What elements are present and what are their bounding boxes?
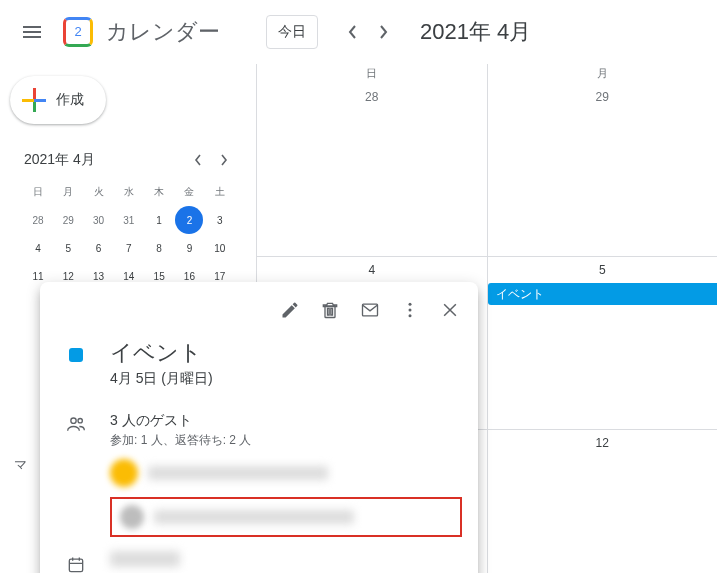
options-button[interactable] [390,290,430,330]
mini-dow-cell: 水 [115,178,143,206]
chevron-right-icon [220,154,228,166]
event-date: 4月 5日 (月曜日) [110,370,213,388]
weekday-header-cell: 日 [257,64,488,84]
prev-period-button[interactable] [336,16,368,48]
mini-cal-prev-button[interactable] [186,148,210,172]
chevron-left-icon [194,154,202,166]
email-guests-button[interactable] [350,290,390,330]
main-menu-button[interactable] [8,8,56,56]
mini-dow-cell: 土 [206,178,234,206]
next-period-button[interactable] [368,16,400,48]
mini-day-cell[interactable]: 1 [145,206,173,234]
logo-day-number: 2 [63,17,93,47]
envelope-icon [360,300,380,320]
mini-day-cell[interactable]: 8 [145,234,173,262]
event-title: イベント [110,338,213,368]
more-vert-icon [400,300,420,320]
guest-row[interactable] [110,459,462,487]
svg-point-2 [409,309,412,312]
date-cell[interactable]: 5イベント [488,257,718,429]
mini-dow-cell: 月 [54,178,82,206]
highlighted-guest-annotation [110,497,462,537]
mini-day-cell[interactable]: 7 [115,234,143,262]
guests-status: 参加: 1 人、返答待ち: 2 人 [110,432,462,449]
avatar [110,459,138,487]
weekday-header-row: 日月 [257,64,717,84]
mini-day-cell[interactable]: 31 [115,206,143,234]
date-number: 4 [257,263,487,277]
date-range-title: 2021年 4月 [420,17,531,47]
mini-day-cell[interactable]: 6 [85,234,113,262]
date-cell[interactable]: 29 [488,84,718,256]
trash-icon [320,300,340,320]
mini-day-cell[interactable]: 9 [175,234,203,262]
today-button[interactable]: 今日 [266,15,318,49]
mini-day-cell[interactable]: 29 [54,206,82,234]
mini-cal-next-button[interactable] [212,148,236,172]
event-detail-popup: イベント 4月 5日 (月曜日) 3 人のゲスト 参加: 1 人、返答待ち: 2… [40,282,478,573]
svg-rect-6 [69,559,82,572]
date-cell[interactable]: 28 [257,84,488,256]
svg-point-3 [409,314,412,317]
date-number: 12 [488,436,718,450]
week-row: 2829 [257,84,717,257]
mini-day-cell[interactable]: 10 [206,234,234,262]
mini-dow-cell: 火 [85,178,113,206]
guest-row[interactable] [120,505,452,529]
event-chip[interactable]: イベント [488,283,718,305]
guests-count: 3 人のゲスト [110,412,462,430]
create-button[interactable]: 作成 [10,76,106,124]
date-number: 5 [488,263,718,277]
chevron-right-icon [379,24,389,40]
mini-day-cell[interactable]: 2 [175,206,203,234]
chevron-left-icon [347,24,357,40]
mini-day-cell[interactable]: 4 [24,234,52,262]
event-color-swatch [69,348,83,362]
mini-cal-title: 2021年 4月 [24,151,95,169]
mini-day-cell[interactable]: 28 [24,206,52,234]
hamburger-icon [23,26,41,38]
mini-day-cell[interactable]: 3 [206,206,234,234]
app-title: カレンダー [106,17,220,47]
guest-email-redacted [148,466,328,480]
calendar-logo: 2 [60,14,96,50]
date-cell[interactable]: 12 [488,430,718,573]
svg-point-4 [71,418,76,423]
mini-day-cell[interactable]: 5 [54,234,82,262]
calendar-name-redacted [110,551,180,567]
mini-day-cell[interactable]: 30 [85,206,113,234]
mini-dow-cell: 金 [175,178,203,206]
guest-email-redacted [154,510,354,524]
svg-point-1 [409,303,412,306]
svg-point-5 [78,419,82,423]
weekday-header-cell: 月 [488,64,718,84]
delete-event-button[interactable] [310,290,350,330]
mini-dow-cell: 日 [24,178,52,206]
edit-event-button[interactable] [270,290,310,330]
plus-icon [22,88,46,112]
close-popup-button[interactable] [430,290,470,330]
date-number: 29 [488,90,718,104]
pencil-icon [280,300,300,320]
people-icon [66,414,86,434]
avatar [120,505,144,529]
calendar-icon [66,555,86,573]
sidebar-truncated-text: マ [14,456,27,474]
date-number: 28 [257,90,487,104]
create-button-label: 作成 [56,91,84,109]
mini-calendar-grid: 日月火水木金土282930311234567891011121314151617 [24,178,236,290]
mini-dow-cell: 木 [145,178,173,206]
close-icon [440,300,460,320]
